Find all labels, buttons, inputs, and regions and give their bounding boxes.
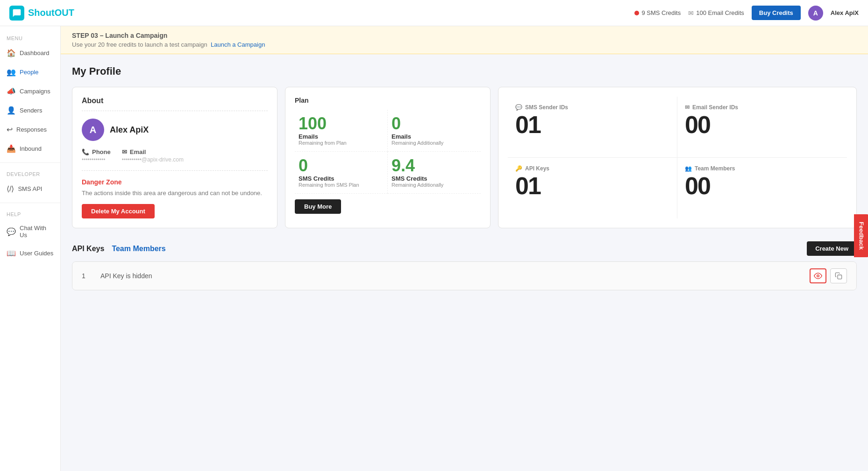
phone-label: 📞 Phone [82,148,111,155]
create-new-button[interactable]: Create New [807,241,857,256]
tab-team-members[interactable]: Team Members [112,245,165,253]
emails-remaining-value: 100 [299,115,384,132]
sidebar: Menu 🏠 Dashboard 👥 People 📣 Campaigns 👤 … [0,26,61,471]
logo-text: ShoutOUT [28,7,74,18]
emails-additional-value: 0 [391,115,477,132]
topnav-right: 9 SMS Credits ✉ 100 Email Credits Buy Cr… [634,6,859,21]
sms-label: SMS Credits [299,175,384,182]
developer-label: Developer [0,168,60,179]
sms-sender-ids-cell: 💬 SMS Sender IDs 01 [508,97,677,158]
sms-additional-label: SMS Credits [391,175,477,182]
email-label: ✉ Email [122,148,184,155]
sidebar-item-label: People [20,69,38,76]
logo-icon [9,6,24,21]
cards-row: About A Alex ApiX 📞 Phone •••••••••••• [72,87,857,228]
svg-point-0 [817,275,819,277]
sidebar-item-label: User Guides [20,250,53,257]
plan-card: Plan 100 Emails Remaining from Plan 0 Em… [285,87,491,228]
sidebar-item-label: Inbound [20,145,42,152]
emails-additional-sublabel: Remaining Additionally [391,140,477,146]
team-members-header: 👥 Team Members [685,165,840,172]
topnav: ShoutOUT 9 SMS Credits ✉ 100 Email Credi… [0,0,868,26]
email-sender-ids-cell: ✉ Email Sender IDs 00 [677,97,847,158]
user-avatar: A [808,6,823,21]
sidebar-item-senders[interactable]: 👤 Senders [0,101,60,120]
email-value: ••••••••••@apix-drive.com [122,156,184,163]
buy-credits-button[interactable]: Buy Credits [752,6,801,20]
contact-info: 📞 Phone •••••••••••• ✉ Email ••••••••••@… [82,148,268,171]
main-content: STEP 03 – Launch a Campaign Use your 20 … [61,26,868,471]
page-title: My Profile [72,65,857,77]
launch-campaign-link[interactable]: Launch a Campaign [211,41,265,48]
email-sender-ids-header: ✉ Email Sender IDs [685,104,840,111]
email-credits-label: 100 Email Credits [696,9,744,16]
responses-icon: ↩ [7,125,13,134]
plan-grid: 100 Emails Remaining from Plan 0 Emails … [295,110,481,194]
sidebar-item-responses[interactable]: ↩ Responses [0,120,60,139]
sms-additional-value: 9.4 [391,157,477,174]
phone-icon: 📞 [82,148,89,155]
user-guides-icon: 📖 [7,249,16,258]
team-members-cell: 👥 Team Members 00 [677,158,847,218]
tabs-row: API Keys Team Members [72,245,166,253]
svg-rect-1 [838,275,842,279]
danger-zone-title: Danger Zone [82,178,268,186]
sms-remaining-cell: 0 SMS Credits Remaining from SMS Plan [295,152,388,194]
phone-col: 📞 Phone •••••••••••• [82,148,111,163]
team-members-value: 00 [685,174,840,198]
sidebar-item-user-guides[interactable]: 📖 User Guides [0,244,60,262]
people-icon: 👥 [7,68,16,77]
sidebar-item-chat[interactable]: 💬 Chat With Us [0,220,60,243]
phone-value: •••••••••••• [82,156,111,163]
emails-label: Emails [299,133,384,140]
help-label: Help [0,208,60,219]
api-keys-header: 🔑 API Keys [515,165,669,172]
sidebar-item-sms-api[interactable]: ⟨/⟩ SMS API [0,180,60,198]
sidebar-item-campaigns[interactable]: 📣 Campaigns [0,82,60,100]
sms-credits-badge: 9 SMS Credits [634,9,681,16]
sidebar-item-label: Senders [20,107,42,114]
campaigns-icon: 📣 [7,87,16,96]
api-keys-cell: 🔑 API Keys 01 [508,158,677,218]
sidebar-item-label: Responses [16,126,47,133]
copy-api-key-button[interactable] [830,268,847,283]
email-icon: ✉ [688,9,694,17]
sms-sender-icon: 💬 [515,104,522,111]
sms-additional-cell: 9.4 SMS Credits Remaining Additionally [388,152,481,194]
sidebar-item-people[interactable]: 👥 People [0,63,60,81]
sidebar-item-inbound[interactable]: 📥 Inbound [0,140,60,158]
emails-sublabel: Remaining from Plan [299,140,384,146]
show-api-key-button[interactable] [810,268,826,283]
sidebar-item-label: Dashboard [20,49,50,56]
sms-credits-label: 9 SMS Credits [641,9,681,16]
user-name-lg: Alex ApiX [110,125,149,135]
user-name-nav: Alex ApiX [831,9,859,16]
stats-card: 💬 SMS Sender IDs 01 ✉ Email Sender IDs 0… [498,87,857,228]
email-credits-badge: ✉ 100 Email Credits [688,9,744,17]
senders-icon: 👤 [7,106,16,115]
api-key-icon: 🔑 [515,165,522,172]
sms-sender-ids-value: 01 [515,112,669,137]
plan-card-title: Plan [295,97,481,104]
team-icon: 👥 [685,165,692,172]
sms-sender-ids-header: 💬 SMS Sender IDs [515,104,669,111]
sidebar-item-label: Chat With Us [20,225,54,239]
user-info-row: A Alex ApiX [82,119,268,141]
emails-additional-label: Emails [391,133,477,140]
feedback-tab[interactable]: Feedback [854,214,868,257]
api-table: 1 API Key is hidden [72,261,857,290]
sidebar-item-dashboard[interactable]: 🏠 Dashboard [0,44,60,62]
sidebar-item-label: SMS API [18,185,42,192]
sms-dot [634,11,639,15]
delete-account-button[interactable]: Delete My Account [82,204,155,218]
sms-additional-sublabel: Remaining Additionally [391,182,477,188]
envelope-icon: ✉ [122,148,127,155]
tab-api-keys[interactable]: API Keys [72,245,104,253]
email-col: ✉ Email ••••••••••@apix-drive.com [122,148,184,163]
logo: ShoutOUT [9,6,74,21]
about-card: About A Alex ApiX 📞 Phone •••••••••••• [72,87,277,228]
emails-additional-cell: 0 Emails Remaining Additionally [388,110,481,152]
sms-api-icon: ⟨/⟩ [7,184,14,193]
buy-more-button[interactable]: Buy More [295,199,341,214]
api-row-label: API Key is hidden [100,272,810,280]
